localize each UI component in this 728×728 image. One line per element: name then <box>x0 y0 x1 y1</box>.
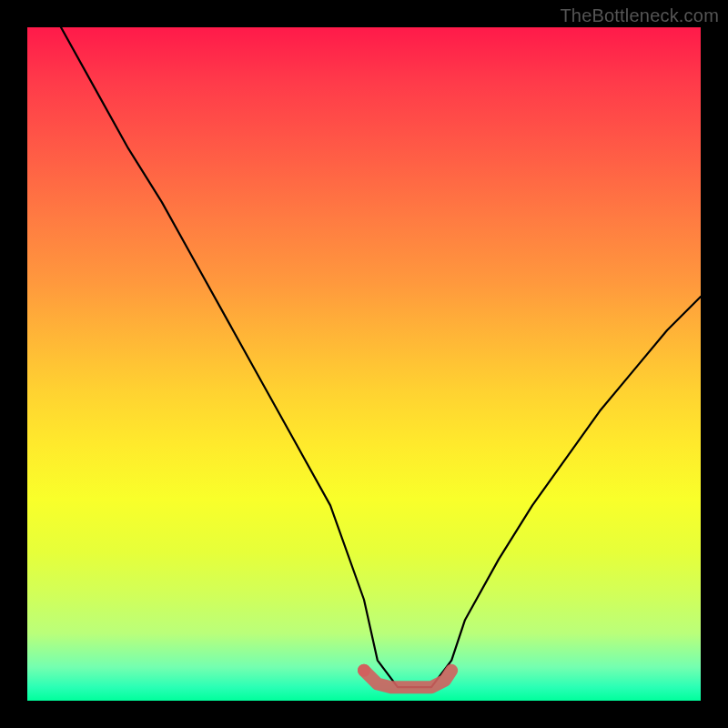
svg-point-0 <box>358 664 370 677</box>
chart-frame: TheBottleneck.com <box>0 0 728 728</box>
chart-svg <box>27 27 701 701</box>
main-curve-path <box>61 27 701 687</box>
highlight-band-path <box>358 664 451 688</box>
plot-area <box>27 27 701 701</box>
watermark-text: TheBottleneck.com <box>560 5 719 26</box>
